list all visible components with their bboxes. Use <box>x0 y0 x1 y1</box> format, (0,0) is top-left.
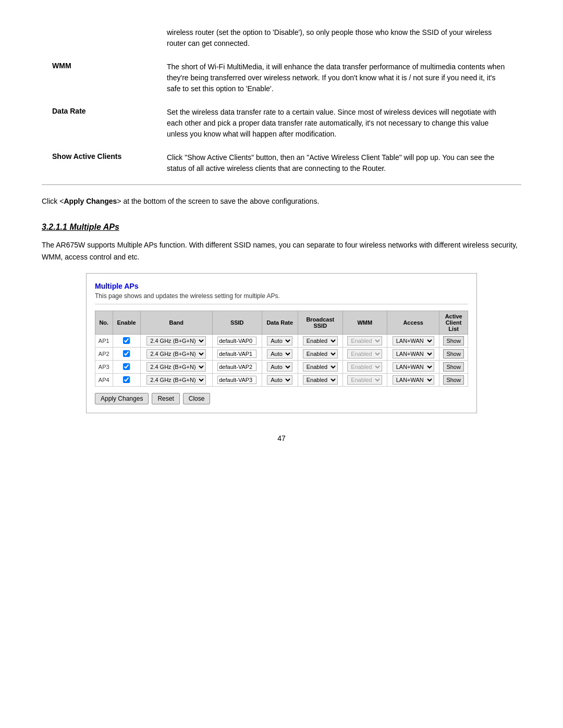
term-row-showclients: Show Active Clients Click "Show Active C… <box>42 146 521 185</box>
ap-access-select-1[interactable]: LAN+WAN <box>393 336 434 346</box>
section-body: The AR675W supports Multiple APs functio… <box>42 239 521 263</box>
ap-row-3: AP3 2.4 GHz (B+G+N) Auto Enabled <box>95 361 468 374</box>
term-desc-datarate: Set the wireless data transfer rate to a… <box>156 101 521 146</box>
ap-show-1[interactable]: Show <box>439 335 468 348</box>
apply-changes-ref: Apply Changes <box>64 197 117 205</box>
multiple-aps-panel: Multiple APs This page shows and updates… <box>86 273 477 413</box>
ap-show-3[interactable]: Show <box>439 361 468 374</box>
col-band: Band <box>140 311 212 335</box>
ap-ssid-2[interactable] <box>212 348 262 361</box>
ap-ssid-input-1[interactable] <box>217 337 256 345</box>
ap-band-select-3[interactable]: 2.4 GHz (B+G+N) <box>146 362 206 372</box>
ap-band-1[interactable]: 2.4 GHz (B+G+N) <box>140 335 212 348</box>
ap-no-1: AP1 <box>95 335 113 348</box>
term-row-intro: wireless router (set the option to 'Disa… <box>42 21 521 55</box>
ap-band-2[interactable]: 2.4 GHz (B+G+N) <box>140 348 212 361</box>
ap-broadcast-3[interactable]: Enabled <box>298 361 343 374</box>
ap-ssid-input-3[interactable] <box>217 363 256 371</box>
col-enable: Enable <box>113 311 140 335</box>
ap-no-4: AP4 <box>95 374 113 387</box>
term-desc-showclients: Click "Show Active Clients" button, then… <box>156 146 521 185</box>
col-broadcast-ssid: BroadcastSSID <box>298 311 343 335</box>
ap-broadcast-select-2[interactable]: Enabled <box>303 349 338 359</box>
ap-band-select-4[interactable]: 2.4 GHz (B+G+N) <box>146 375 206 385</box>
ap-broadcast-4[interactable]: Enabled <box>298 374 343 387</box>
ap-wmm-select-4[interactable]: Enabled <box>347 375 382 385</box>
ap-show-4[interactable]: Show <box>439 374 468 387</box>
ap-wmm-select-3[interactable]: Enabled <box>347 362 382 372</box>
ap-datarate-2[interactable]: Auto <box>262 348 298 361</box>
ap-broadcast-1[interactable]: Enabled <box>298 335 343 348</box>
ap-access-1[interactable]: LAN+WAN <box>387 335 439 348</box>
col-no: No. <box>95 311 113 335</box>
ap-access-select-3[interactable]: LAN+WAN <box>393 362 434 372</box>
term-label-empty <box>42 21 156 55</box>
ap-enable-3[interactable] <box>113 361 140 374</box>
ap-wmm-4[interactable]: Enabled <box>342 374 387 387</box>
ap-enable-checkbox-2[interactable] <box>123 350 130 357</box>
ap-datarate-select-1[interactable]: Auto <box>267 336 292 346</box>
ap-ssid-1[interactable] <box>212 335 262 348</box>
term-desc-wmm: The short of Wi-Fi MultiMedia, it will e… <box>156 55 521 101</box>
apply-changes-button[interactable]: Apply Changes <box>95 393 149 404</box>
ap-show-button-3[interactable]: Show <box>443 362 464 372</box>
ap-band-select-1[interactable]: 2.4 GHz (B+G+N) <box>146 336 206 346</box>
section-heading: 3.2.1.1 Multiple APs <box>42 223 521 232</box>
doc-content: wireless router (set the option to 'Disa… <box>42 21 521 442</box>
panel-title: Multiple APs <box>95 282 468 290</box>
term-desc-intro: wireless router (set the option to 'Disa… <box>156 21 521 55</box>
ap-wmm-1[interactable]: Enabled <box>342 335 387 348</box>
ap-band-select-2[interactable]: 2.4 GHz (B+G+N) <box>146 349 206 359</box>
ap-datarate-select-3[interactable]: Auto <box>267 362 292 372</box>
ap-access-select-4[interactable]: LAN+WAN <box>393 375 434 385</box>
ap-access-2[interactable]: LAN+WAN <box>387 348 439 361</box>
ap-datarate-select-4[interactable]: Auto <box>267 375 292 385</box>
ap-broadcast-2[interactable]: Enabled <box>298 348 343 361</box>
page-number: 47 <box>42 434 521 442</box>
ap-access-4[interactable]: LAN+WAN <box>387 374 439 387</box>
ap-band-3[interactable]: 2.4 GHz (B+G+N) <box>140 361 212 374</box>
ap-show-button-1[interactable]: Show <box>443 336 464 346</box>
ap-wmm-select-1[interactable]: Enabled <box>347 336 382 346</box>
ap-datarate-select-2[interactable]: Auto <box>267 349 292 359</box>
term-row-wmm: WMM The short of Wi-Fi MultiMedia, it wi… <box>42 55 521 101</box>
ap-datarate-1[interactable]: Auto <box>262 335 298 348</box>
ap-ssid-input-4[interactable] <box>217 376 256 384</box>
ap-ssid-input-2[interactable] <box>217 350 256 358</box>
term-label-wmm: WMM <box>42 55 156 101</box>
ap-datarate-3[interactable]: Auto <box>262 361 298 374</box>
ap-band-4[interactable]: 2.4 GHz (B+G+N) <box>140 374 212 387</box>
ap-enable-checkbox-4[interactable] <box>123 376 130 383</box>
ap-show-2[interactable]: Show <box>439 348 468 361</box>
reset-button[interactable]: Reset <box>152 393 179 404</box>
ap-access-select-2[interactable]: LAN+WAN <box>393 349 434 359</box>
col-wmm: WMM <box>342 311 387 335</box>
ap-datarate-4[interactable]: Auto <box>262 374 298 387</box>
ap-enable-2[interactable] <box>113 348 140 361</box>
ap-ssid-3[interactable] <box>212 361 262 374</box>
ap-no-3: AP3 <box>95 361 113 374</box>
ap-enable-1[interactable] <box>113 335 140 348</box>
ap-enable-checkbox-3[interactable] <box>123 363 130 370</box>
intro-paragraph: Click <Apply Changes> at the bottom of t… <box>42 195 521 207</box>
ap-row-1: AP1 2.4 GHz (B+G+N) Auto Enabled <box>95 335 468 348</box>
term-label-showclients: Show Active Clients <box>42 146 156 185</box>
ap-wmm-2[interactable]: Enabled <box>342 348 387 361</box>
ap-broadcast-select-1[interactable]: Enabled <box>303 336 338 346</box>
col-active-client: ActiveClientList <box>439 311 468 335</box>
ap-enable-checkbox-1[interactable] <box>123 337 130 344</box>
ap-access-3[interactable]: LAN+WAN <box>387 361 439 374</box>
ap-table: No. Enable Band SSID Data Rate Broadcast… <box>95 311 468 387</box>
ap-broadcast-select-4[interactable]: Enabled <box>303 375 338 385</box>
ap-broadcast-select-3[interactable]: Enabled <box>303 362 338 372</box>
ap-wmm-select-2[interactable]: Enabled <box>347 349 382 359</box>
ap-show-button-2[interactable]: Show <box>443 349 464 359</box>
ap-enable-4[interactable] <box>113 374 140 387</box>
ap-table-header-row: No. Enable Band SSID Data Rate Broadcast… <box>95 311 468 335</box>
ap-ssid-4[interactable] <box>212 374 262 387</box>
ap-show-button-4[interactable]: Show <box>443 375 464 385</box>
close-button[interactable]: Close <box>183 393 211 404</box>
ap-row-4: AP4 2.4 GHz (B+G+N) Auto Enabled <box>95 374 468 387</box>
col-ssid: SSID <box>212 311 262 335</box>
ap-wmm-3[interactable]: Enabled <box>342 361 387 374</box>
